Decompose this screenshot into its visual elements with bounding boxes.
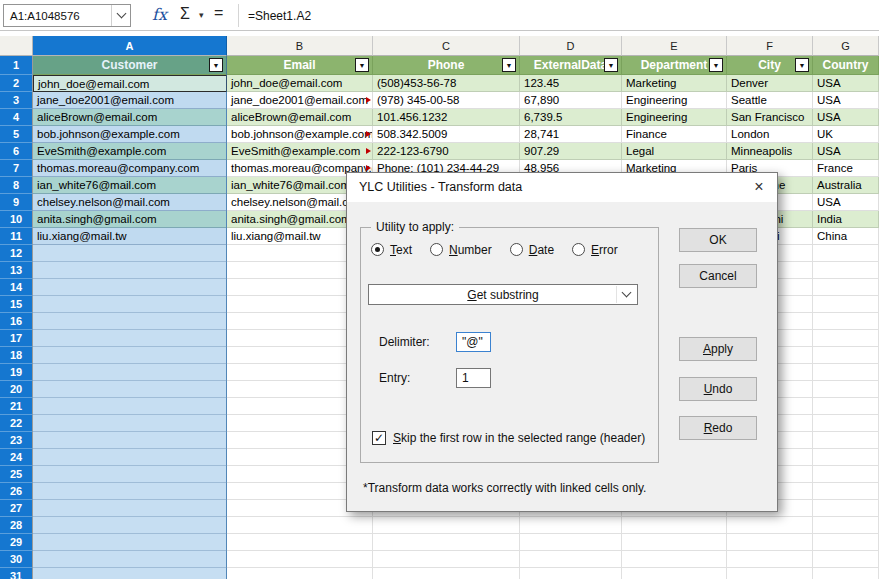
cell-C28[interactable] (373, 517, 520, 534)
row-header-13[interactable]: 13 (0, 262, 33, 279)
name-box[interactable]: A1:A1048576 (3, 4, 131, 27)
cell-A3[interactable]: jane_doe2001@email.com (33, 92, 227, 109)
cell-G13[interactable] (813, 262, 879, 279)
ok-button[interactable]: OK (679, 228, 757, 252)
row-header-16[interactable]: 16 (0, 313, 33, 330)
name-box-dropdown-icon[interactable] (111, 5, 130, 26)
cell-F2[interactable]: Denver (727, 75, 813, 92)
cell-E28[interactable] (622, 517, 727, 534)
cell-G12[interactable] (813, 245, 879, 262)
header-cell-B1[interactable]: Email▼ (227, 56, 373, 75)
radio-circle-icon[interactable] (430, 243, 443, 256)
cell-B29[interactable] (227, 534, 373, 551)
cell-F31[interactable] (727, 568, 813, 579)
cell-G5[interactable]: UK (813, 126, 879, 143)
row-header-2[interactable]: 2 (0, 75, 33, 92)
cell-G29[interactable] (813, 534, 879, 551)
cell-D3[interactable]: 67,890 (520, 92, 622, 109)
radio-date[interactable]: Date (510, 242, 554, 257)
cell-C29[interactable] (373, 534, 520, 551)
cell-A18[interactable] (33, 347, 227, 364)
cell-G8[interactable]: Australia (813, 177, 879, 194)
row-header-26[interactable]: 26 (0, 483, 33, 500)
radio-error[interactable]: Error (572, 242, 618, 257)
row-header-17[interactable]: 17 (0, 330, 33, 347)
cell-A27[interactable] (33, 500, 227, 517)
autofilter-icon[interactable]: ▼ (709, 58, 723, 72)
cell-A24[interactable] (33, 449, 227, 466)
cell-A8[interactable]: ian_white76@mail.com (33, 177, 227, 194)
cell-A16[interactable] (33, 313, 227, 330)
cell-E30[interactable] (622, 551, 727, 568)
row-header-4[interactable]: 4 (0, 109, 33, 126)
cell-G26[interactable] (813, 483, 879, 500)
row-header-21[interactable]: 21 (0, 398, 33, 415)
cell-G7[interactable]: France (813, 160, 879, 177)
row-header-25[interactable]: 25 (0, 466, 33, 483)
cell-A5[interactable]: bob.johnson@example.com (33, 126, 227, 143)
cell-C4[interactable]: 101.456.1232 (373, 109, 520, 126)
function-wizard-icon[interactable]: fx (152, 5, 167, 24)
row-header-23[interactable]: 23 (0, 432, 33, 449)
autofilter-icon[interactable]: ▼ (795, 58, 809, 72)
row-header-5[interactable]: 5 (0, 126, 33, 143)
row-header-3[interactable]: 3 (0, 92, 33, 109)
radio-number[interactable]: Number (430, 242, 492, 257)
radio-circle-icon[interactable] (572, 243, 585, 256)
cell-F28[interactable] (727, 517, 813, 534)
cell-E4[interactable]: Engineering (622, 109, 727, 126)
cell-B2[interactable]: john_doe@email.com (227, 75, 373, 92)
cell-C6[interactable]: 222-123-6790 (373, 143, 520, 160)
cell-A21[interactable] (33, 398, 227, 415)
cell-G4[interactable]: USA (813, 109, 879, 126)
cell-E3[interactable]: Engineering (622, 92, 727, 109)
column-header-G[interactable]: G (813, 36, 879, 56)
row-header-1[interactable]: 1 (0, 56, 33, 75)
cell-C31[interactable] (373, 568, 520, 579)
formula-input[interactable]: =Sheet1.A2 (248, 0, 311, 31)
cell-C2[interactable]: (508)453-56-78 (373, 75, 520, 92)
cell-G2[interactable]: USA (813, 75, 879, 92)
skip-first-row-option[interactable]: ✓ Skip the first row in the selected ran… (372, 431, 645, 445)
cell-G6[interactable]: USA (813, 143, 879, 160)
cell-G21[interactable] (813, 398, 879, 415)
cell-D4[interactable]: 6,739.5 (520, 109, 622, 126)
radio-text[interactable]: Text (371, 242, 412, 257)
cell-G17[interactable] (813, 330, 879, 347)
cell-D6[interactable]: 907.29 (520, 143, 622, 160)
cell-F29[interactable] (727, 534, 813, 551)
autofilter-icon[interactable]: ▼ (502, 58, 516, 72)
cell-B30[interactable] (227, 551, 373, 568)
cell-G24[interactable] (813, 449, 879, 466)
cell-G25[interactable] (813, 466, 879, 483)
cell-A11[interactable]: liu.xiang@mail.tw (33, 228, 227, 245)
row-header-20[interactable]: 20 (0, 381, 33, 398)
cell-A30[interactable] (33, 551, 227, 568)
cell-G9[interactable]: USA (813, 194, 879, 211)
checkbox-checked-icon[interactable]: ✓ (372, 431, 386, 445)
cell-B3[interactable]: jane_doe2001@email.com (227, 92, 373, 109)
cell-E31[interactable] (622, 568, 727, 579)
sum-dropdown-icon[interactable]: ▾ (199, 10, 204, 20)
column-header-B[interactable]: B (227, 36, 373, 56)
header-cell-D1[interactable]: ExternalData▼ (520, 56, 622, 75)
cell-B6[interactable]: EveSmith@example.com (227, 143, 373, 160)
cell-D29[interactable] (520, 534, 622, 551)
utility-dropdown[interactable]: Get substring (368, 284, 638, 305)
cell-A23[interactable] (33, 432, 227, 449)
row-header-29[interactable]: 29 (0, 534, 33, 551)
row-header-8[interactable]: 8 (0, 177, 33, 194)
chevron-down-icon[interactable] (616, 286, 636, 303)
cell-A17[interactable] (33, 330, 227, 347)
cell-A9[interactable]: chelsey.nelson@mail.com (33, 194, 227, 211)
cell-F3[interactable]: Seattle (727, 92, 813, 109)
cell-G22[interactable] (813, 415, 879, 432)
cell-G28[interactable] (813, 517, 879, 534)
row-header-30[interactable]: 30 (0, 551, 33, 568)
cell-A19[interactable] (33, 364, 227, 381)
column-header-F[interactable]: F (727, 36, 813, 56)
cell-A6[interactable]: EveSmith@example.com (33, 143, 227, 160)
autofilter-icon[interactable]: ▼ (604, 58, 618, 72)
cell-G15[interactable] (813, 296, 879, 313)
cell-G10[interactable]: India (813, 211, 879, 228)
